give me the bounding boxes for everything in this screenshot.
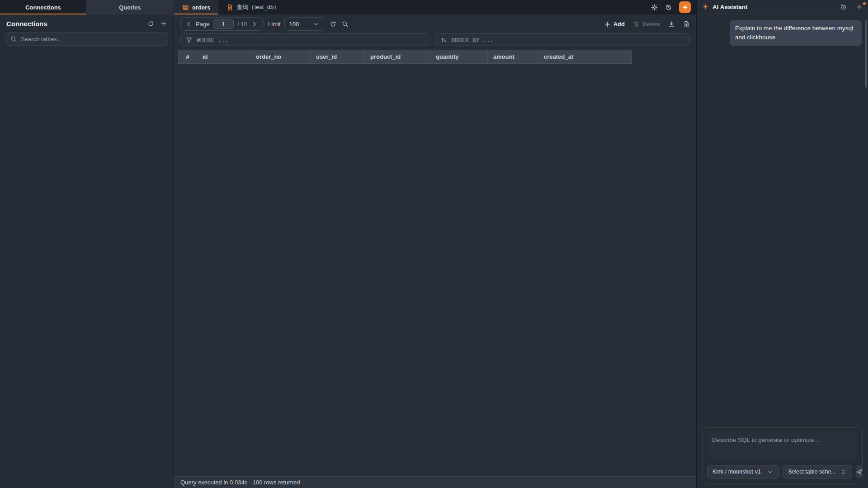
table-search[interactable] [5,32,168,46]
ai-chat-body: Explain to me the difference between mys… [697,14,868,427]
column-header-order-no[interactable]: order_no [250,50,311,64]
chevron-down-icon [767,469,774,475]
send-button[interactable] [856,465,863,479]
tab-query-label: 查询（test_db） [236,3,279,11]
connection-tree [0,50,174,488]
search-input[interactable] [21,36,163,42]
limit-label: Limit [268,21,280,28]
model-selector-value: Kimi / moonshot-v1- [712,469,763,475]
download-icon[interactable] [668,21,675,28]
ai-input-card: Kimi / moonshot-v1- Select table sche... [702,427,863,483]
ai-header: AI Assistant [697,0,868,14]
prev-page-icon[interactable] [185,21,192,28]
editor-tab-strip: orders 查询（test_db） [174,0,696,14]
ai-panel-title: AI Assistant [712,4,748,10]
page-input[interactable] [213,19,233,28]
next-page-icon[interactable] [251,21,258,28]
tab-queries[interactable]: Queries [86,0,174,14]
sidebar-header: Connections [0,14,174,31]
app-window: Connections Queries Connections orders 查… [0,0,868,488]
tab-query-test-db[interactable]: 查询（test_db） [218,0,288,14]
funnel-icon [186,37,193,43]
tab-orders[interactable]: orders [174,0,218,14]
row-actions: Add Delete [604,21,690,28]
add-label: Add [613,21,625,28]
chat-history-icon[interactable] [840,4,847,10]
order-by-placeholder: ORDER BY ... [451,37,494,43]
refresh-connections-icon[interactable] [147,20,154,27]
search-icon [10,36,17,42]
ai-scrollbar-thumb[interactable] [865,20,867,88]
column-header-quantity[interactable]: quantity [430,50,488,64]
where-placeholder: WHERE ... [197,37,228,43]
filter-row: WHERE ... ORDER BY ... [174,33,696,50]
result-toolbar: Page / 10 Limit 100 Add [174,14,696,33]
where-filter-input[interactable]: WHERE ... [180,33,430,46]
chevron-up-down-icon [840,469,847,475]
add-row-button[interactable]: Add [604,21,625,28]
tab-orders-label: orders [192,4,210,11]
pagination: Page / 10 [180,17,263,31]
ai-assistant-button[interactable] [679,1,691,13]
page-label: Page [196,21,209,28]
sidebar-tab-strip: Connections Queries [0,0,174,14]
delete-label: Delete [642,21,660,28]
limit-select[interactable]: 100 [284,17,324,31]
column-header-index[interactable]: # [179,50,197,64]
order-by-filter-input[interactable]: ORDER BY ... [435,33,690,46]
column-header-user-id[interactable]: user_id [311,50,365,64]
sort-arrows-icon [440,37,447,43]
schema-selector[interactable]: Select table sche... [783,465,852,479]
ai-input-controls: Kimi / moonshot-v1- Select table sche... [707,465,858,479]
column-header-id[interactable]: id [197,50,250,64]
ai-sparkle-icon [682,4,689,11]
delete-row-button[interactable]: Delete [633,21,660,28]
result-grid: # id order_no user_id product_id quantit… [174,50,696,476]
query-status-text: Query executed in 0.034s · 100 rows retu… [180,479,300,486]
ai-panel: AI Assistant Explain to me the differenc… [696,0,868,488]
column-header-created-at[interactable]: created_at [538,50,632,64]
gear-icon[interactable] [651,4,658,11]
new-chat-icon[interactable] [856,4,863,10]
notification-dot [863,2,866,5]
add-connection-icon[interactable] [160,20,167,27]
status-bar: Query executed in 0.034s · 100 rows retu… [174,476,696,488]
chevron-down-icon [312,21,319,28]
header-row: # id order_no user_id product_id quantit… [179,50,632,64]
main-panel: orders 查询（test_db） Page / 10 [174,0,696,488]
sql-file-icon [226,4,233,11]
sidebar: Connections Queries Connections [0,0,174,488]
window-actions [651,0,696,14]
column-header-product-id[interactable]: product_id [365,50,430,64]
ai-prompt-input[interactable] [707,432,858,459]
tab-connections[interactable]: Connections [0,0,86,14]
history-icon[interactable] [665,4,672,11]
sidebar-title: Connections [6,20,47,28]
data-table: # id order_no user_id product_id quantit… [178,50,632,64]
refresh-results-icon[interactable] [330,21,336,28]
trash-icon [633,21,640,28]
column-header-amount[interactable]: amount [488,50,538,64]
ai-sparkle-icon [702,4,709,10]
schema-selector-value: Select table sche... [788,469,836,475]
page-input-box [213,19,234,29]
limit-value: 100 [289,21,299,28]
plus-icon [604,21,611,28]
user-message: Explain to me the difference between mys… [730,20,862,46]
page-total: / 10 [237,21,247,28]
limit-control: Limit 100 [268,17,324,31]
model-selector[interactable]: Kimi / moonshot-v1- [707,465,779,479]
search-results-icon[interactable] [342,21,349,28]
table-grid-icon [182,4,189,11]
export-file-icon[interactable] [683,21,690,28]
send-plane-icon [856,469,863,475]
